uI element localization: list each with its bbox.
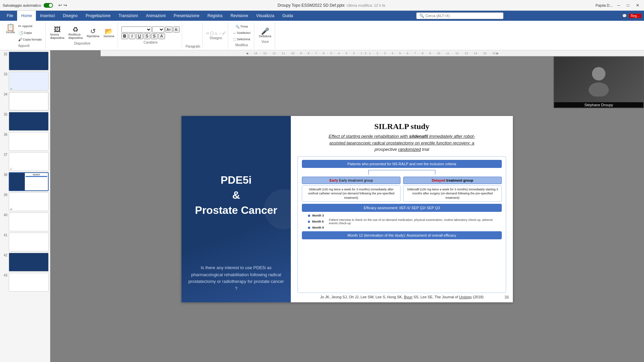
slide-preview-42[interactable] — [9, 253, 49, 272]
tab-home[interactable]: Home — [17, 11, 36, 21]
ripristina-button[interactable]: ↺ Ripristina — [86, 27, 101, 39]
webcam-overlay: Stéphane Droupy — [553, 56, 644, 108]
slide-preview-34[interactable] — [9, 92, 49, 111]
sezione-button[interactable]: 📂 Sezione — [102, 27, 116, 39]
month3-label: Month 3 — [312, 214, 327, 217]
font-color-button[interactable]: A — [158, 33, 165, 39]
tab-file[interactable]: File — [3, 11, 17, 21]
slide[interactable]: PDE5i & Prostate Cancer Is there any int… — [181, 116, 513, 302]
search-bar[interactable]: 🔍 — [416, 12, 503, 19]
undo-icon[interactable]: ↩ — [58, 3, 62, 8]
timeline-month9: Month 9 — [305, 226, 502, 229]
early-treatment-box: Early Early treatment group — [302, 177, 400, 184]
slide-thumb-32[interactable]: 32 — [1, 52, 49, 70]
increase-font-button[interactable]: A+ — [165, 26, 173, 33]
trova-button[interactable]: 🔍Trova — [234, 24, 249, 29]
taglia-button[interactable]: ✂Appunti — [17, 23, 43, 29]
font-size-select[interactable] — [152, 26, 164, 33]
slide-thumb-40[interactable]: 40 — [1, 213, 49, 231]
slide-num-39: 39 — [1, 192, 9, 197]
tab-disegno[interactable]: Disegno — [59, 11, 82, 21]
slide-preview-35[interactable] — [9, 112, 49, 131]
slide-preview-39[interactable]: 📊 — [9, 192, 49, 211]
slide-num-40: 40 — [1, 213, 9, 217]
slide-num-41: 41 — [1, 233, 9, 237]
delayed-treatment-box: Delayed treatment group — [403, 177, 502, 184]
modified-label: Ultima modifica: 12 h fa — [346, 3, 385, 7]
slide-thumb-34[interactable]: 34 — [1, 92, 49, 111]
seleziona-button[interactable]: ⬚Seleziona — [232, 37, 252, 42]
tab-presentazione[interactable]: Presentazione — [170, 11, 204, 21]
slide-thumb-38[interactable]: 38 SILRALP — [1, 172, 49, 191]
shadow-button[interactable]: S — [151, 33, 158, 39]
copia-button[interactable]: 📑Copia — [17, 30, 43, 36]
timeline-month6: Month 6 Patient interview & check on the… — [305, 218, 502, 225]
decrease-font-button[interactable]: A- — [173, 26, 180, 33]
slide-preview-32[interactable] — [9, 52, 49, 70]
slide-num-37: 37 — [1, 152, 9, 157]
slide-right-panel: SILRALP study Effect of starting penile … — [291, 116, 513, 302]
ribbon-content: 📋 Incolla ✂Appunti 📑Copia 🖌Copia formato… — [0, 21, 644, 50]
maximize-button[interactable]: □ — [625, 3, 631, 8]
tab-transizioni[interactable]: Transizioni — [114, 11, 142, 21]
slide-thumb-36[interactable]: 36 — [1, 132, 49, 151]
svg-point-1 — [589, 82, 609, 97]
slide-preview-37[interactable]: 📈 — [9, 152, 49, 171]
slide-thumb-33[interactable]: 33 📊 — [1, 72, 49, 90]
slide-preview-41[interactable] — [9, 233, 49, 251]
close-button[interactable]: ✕ — [634, 3, 641, 8]
slide-preview-43[interactable] — [9, 273, 49, 292]
nuova-diapositiva-button[interactable]: 🖼 Nuovadiapositiva — [49, 25, 66, 40]
dettatura-button[interactable]: 🎤 Dettatura — [258, 27, 273, 39]
tab-progettazione[interactable]: Progettazione — [82, 11, 114, 21]
copia-formato-button[interactable]: 🖌Copia formato — [17, 37, 43, 43]
slide-study-title: SILRALP study — [298, 122, 506, 131]
tab-inserisci[interactable]: Inserisci — [36, 11, 59, 21]
person-silhouette — [582, 63, 615, 97]
tab-registra[interactable]: Registra — [203, 11, 226, 21]
comments-button[interactable]: 💬 — [622, 14, 627, 18]
flowchart-branch — [302, 170, 502, 175]
timeline-dot-9 — [308, 227, 310, 229]
sostituisci-button[interactable]: ↔Sostituisci — [231, 31, 252, 36]
tab-animazioni[interactable]: Animazioni — [142, 11, 170, 21]
riutilizza-button[interactable]: ♻ Riutilizzadiapositiva — [67, 25, 84, 40]
incolla-button[interactable]: 📋 Incolla — [5, 23, 16, 43]
strikethrough-button[interactable]: S — [144, 33, 150, 39]
slide-num-42: 42 — [1, 253, 9, 257]
autosave-toggle[interactable] — [44, 3, 53, 8]
slide-thumb-42[interactable]: 42 — [1, 253, 49, 272]
delayed-col: Delayed treatment group Sildenafil (100 … — [403, 177, 502, 202]
search-input[interactable] — [426, 14, 500, 18]
slide-thumb-39[interactable]: 39 📊 — [1, 192, 49, 211]
timeline-month3: Month 3 — [305, 214, 502, 217]
bold-button[interactable]: B — [121, 33, 128, 39]
early-col: Early Early treatment group Sildenafil (… — [302, 177, 400, 202]
ribbon-tabs: File Home Inserisci Disegno Progettazion… — [0, 11, 644, 21]
minimize-button[interactable]: ─ — [615, 3, 622, 8]
slide-preview-38[interactable]: SILRALP — [9, 172, 49, 191]
carattere-group: A+ A- B I U S S A Carattere — [119, 22, 182, 49]
underline-button[interactable]: U — [136, 33, 143, 39]
webcam-video — [554, 57, 643, 102]
month9-label: Month 9 — [312, 226, 327, 229]
italic-button[interactable]: I — [129, 33, 136, 39]
tab-guida[interactable]: Guida — [278, 11, 297, 21]
slide-area[interactable]: ◀ · · · 14 · · · 13 · · · 12 · · · 11 · … — [50, 50, 644, 362]
redo-icon[interactable]: ↪ — [63, 3, 67, 8]
early-treatment-desc: Sildenafil (100 mg twice a week for 3 mo… — [302, 185, 400, 202]
slide-effect-text: Effect of starting penile rehabilitation… — [298, 133, 506, 153]
slide-preview-36[interactable] — [9, 132, 49, 151]
font-family-select[interactable] — [121, 26, 152, 33]
slide-thumb-37[interactable]: 37 📈 — [1, 152, 49, 171]
slide-thumb-41[interactable]: 41 — [1, 233, 49, 251]
month6-desc: Patient interview & check on the use of … — [329, 218, 502, 225]
reg-button[interactable]: Reg... — [629, 14, 641, 18]
tab-visualizza[interactable]: Visualizza — [252, 11, 278, 21]
slide-thumb-35[interactable]: 35 — [1, 112, 49, 131]
voce-label: Voce — [261, 40, 269, 44]
slide-thumb-43[interactable]: 43 — [1, 273, 49, 292]
slide-preview-40[interactable] — [9, 213, 49, 231]
slide-preview-33[interactable]: 📊 — [9, 72, 49, 90]
tab-revisione[interactable]: Revisione — [226, 11, 252, 21]
